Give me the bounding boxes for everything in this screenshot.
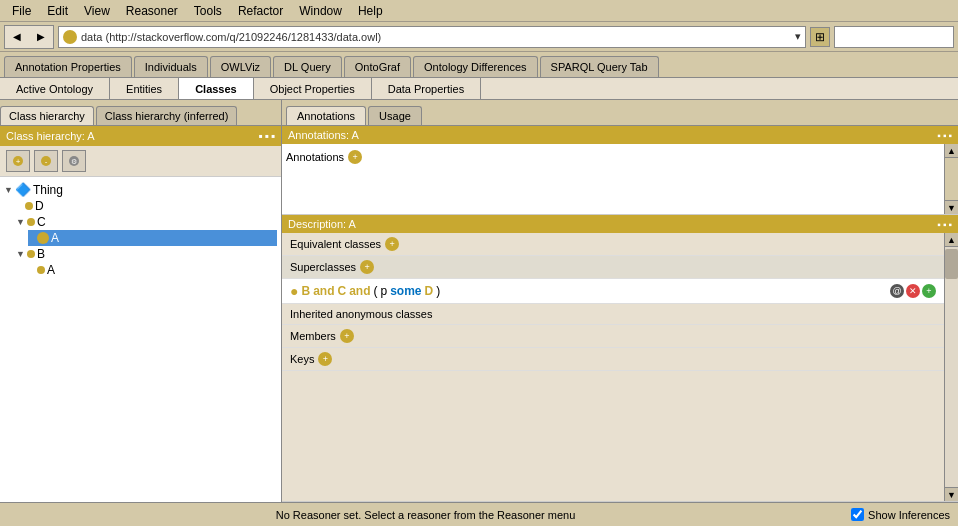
ann-scroll-down[interactable]: ▼ <box>945 200 958 214</box>
expr-delete-icon[interactable]: ✕ <box>906 284 920 298</box>
ann-scroll-up[interactable]: ▲ <box>945 144 958 158</box>
superclass-expression: ● B and C and ( p some D ) <box>290 283 886 299</box>
tree-label-a2: A <box>47 263 55 277</box>
ch-icon-3[interactable]: ▪ <box>271 129 275 143</box>
annotations-section: Annotations: A ▪ ▪ ▪ Annotations + ▲ <box>282 126 958 215</box>
description-area: Equivalent classes + Superclasses + ● B … <box>282 233 958 501</box>
desc-scroll-thumb[interactable] <box>945 249 958 279</box>
menu-help[interactable]: Help <box>350 2 391 20</box>
back-button[interactable]: ◀ <box>5 26 29 48</box>
description-content: Equivalent classes + Superclasses + ● B … <box>282 233 944 501</box>
r-tab-annotations[interactable]: Annotations <box>286 106 366 125</box>
desc-icon-2[interactable]: ▪ <box>943 219 947 230</box>
tree-triangle-c[interactable]: ▼ <box>16 217 25 227</box>
expr-and1: and <box>313 284 334 298</box>
desc-scroll-down[interactable]: ▼ <box>945 487 958 501</box>
menu-refactor[interactable]: Refactor <box>230 2 291 20</box>
ch-icon-1[interactable]: ▪ <box>258 129 262 143</box>
tree-item-d[interactable]: ▶ D <box>16 198 277 214</box>
show-inferences-checkbox[interactable] <box>851 508 864 521</box>
remove-class-button[interactable]: - <box>34 150 58 172</box>
url-bar[interactable]: data (http://stackoverflow.com/q/2109224… <box>58 26 806 48</box>
menu-edit[interactable]: Edit <box>39 2 76 20</box>
dropdown-icon[interactable]: ▾ <box>795 30 801 43</box>
tab-owlviz[interactable]: OWLViz <box>210 56 271 77</box>
ch-tab-inferred[interactable]: Class hierarchy (inferred) <box>96 106 237 125</box>
ann-icon-1[interactable]: ▪ <box>937 130 941 141</box>
add-superclass-button[interactable]: + <box>360 260 374 274</box>
ch-header-title: Class hierarchy: A <box>6 130 95 142</box>
annotations-header-icons: ▪ ▪ ▪ <box>937 130 952 141</box>
forward-button[interactable]: ▶ <box>29 26 53 48</box>
tab-dlquery[interactable]: DL Query <box>273 56 342 77</box>
tab2-entities[interactable]: Entities <box>110 78 179 99</box>
expr-p: p <box>381 284 388 298</box>
expr-edit-icon[interactable]: @ <box>890 284 904 298</box>
tab-ontograf[interactable]: OntoGraf <box>344 56 411 77</box>
tree-label-b: B <box>37 247 45 261</box>
menu-file[interactable]: File <box>4 2 39 20</box>
menu-window[interactable]: Window <box>291 2 350 20</box>
ch-header-icons: ▪ ▪ ▪ <box>258 129 275 143</box>
tab-ontology-differences[interactable]: Ontology Differences <box>413 56 538 77</box>
desc-icon-1[interactable]: ▪ <box>937 219 941 230</box>
tab2-active-ontology[interactable]: Active Ontology <box>0 78 110 99</box>
tab-annotation-properties[interactable]: Annotation Properties <box>4 56 132 77</box>
tree-item-a2[interactable]: ▶ A <box>28 262 277 278</box>
annotations-header-title: Annotations: A <box>288 129 359 141</box>
add-equivalent-button[interactable]: + <box>385 237 399 251</box>
add-member-button[interactable]: + <box>340 329 354 343</box>
desc-scroll-up[interactable]: ▲ <box>945 233 958 247</box>
menu-view[interactable]: View <box>76 2 118 20</box>
tabbar1: Annotation Properties Individuals OWLViz… <box>0 52 958 78</box>
settings-button[interactable]: ⚙ <box>62 150 86 172</box>
expr-add-icon[interactable]: + <box>922 284 936 298</box>
add-annotation-button[interactable]: + <box>348 150 362 164</box>
menu-reasoner[interactable]: Reasoner <box>118 2 186 20</box>
tab-sparql[interactable]: SPARQL Query Tab <box>540 56 659 77</box>
expr-paren-close: ) <box>436 284 440 298</box>
annotations-row: Annotations + <box>286 148 940 166</box>
tree-triangle-thing[interactable]: ▼ <box>4 185 13 195</box>
toolbar: ◀ ▶ data (http://stackoverflow.com/q/210… <box>0 22 958 52</box>
superclass-expr-row[interactable]: ● B and C and ( p some D ) @ <box>282 279 944 304</box>
tree-triangle-b[interactable]: ▼ <box>16 249 25 259</box>
expr-d: D <box>425 284 434 298</box>
show-inferences-label: Show Inferences <box>868 509 950 521</box>
desc-scroll-track <box>945 247 958 487</box>
search-icon[interactable]: ⊞ <box>810 27 830 47</box>
ch-icon-2[interactable]: ▪ <box>264 129 268 143</box>
tree-item-b[interactable]: ▼ B <box>16 246 277 262</box>
add-subclass-button[interactable]: + <box>6 150 30 172</box>
desc-icon-3[interactable]: ▪ <box>948 219 952 230</box>
tab-individuals[interactable]: Individuals <box>134 56 208 77</box>
ann-scroll-track <box>945 158 958 200</box>
ch-tab-hierarchy[interactable]: Class hierarchy <box>0 106 94 125</box>
menu-tools[interactable]: Tools <box>186 2 230 20</box>
add-key-button[interactable]: + <box>318 352 332 366</box>
tab2-data-properties[interactable]: Data Properties <box>372 78 481 99</box>
statusbar: No Reasoner set. Select a reasoner from … <box>0 502 958 526</box>
tree-item-c[interactable]: ▼ C <box>16 214 277 230</box>
url-text: data (http://stackoverflow.com/q/2109224… <box>81 31 381 43</box>
annotations-scrollbar[interactable]: ▲ ▼ <box>944 144 958 214</box>
nav-buttons: ◀ ▶ <box>4 25 54 49</box>
members-label: Members <box>290 330 336 342</box>
tree-label-thing: Thing <box>33 183 63 197</box>
search-input[interactable] <box>834 26 954 48</box>
d-icon <box>25 202 33 210</box>
r-tab-usage[interactable]: Usage <box>368 106 422 125</box>
tree-item-thing[interactable]: ▼ 🔷 Thing <box>4 181 277 198</box>
right-panel: Annotations Usage Annotations: A ▪ ▪ ▪ A… <box>282 100 958 502</box>
menubar: File Edit View Reasoner Tools Refactor W… <box>0 0 958 22</box>
ann-icon-3[interactable]: ▪ <box>948 130 952 141</box>
inherited-anon-row: Inherited anonymous classes <box>282 304 944 325</box>
a-icon <box>37 232 49 244</box>
tree-item-a-selected[interactable]: ▶ A <box>28 230 277 246</box>
ann-icon-2[interactable]: ▪ <box>943 130 947 141</box>
tab2-classes[interactable]: Classes <box>179 78 254 99</box>
expr-circle: ● <box>290 283 298 299</box>
class-tree: ▼ 🔷 Thing ▶ D ▼ C ▶ A <box>0 177 281 502</box>
tab2-object-properties[interactable]: Object Properties <box>254 78 372 99</box>
desc-scrollbar[interactable]: ▲ ▼ <box>944 233 958 501</box>
